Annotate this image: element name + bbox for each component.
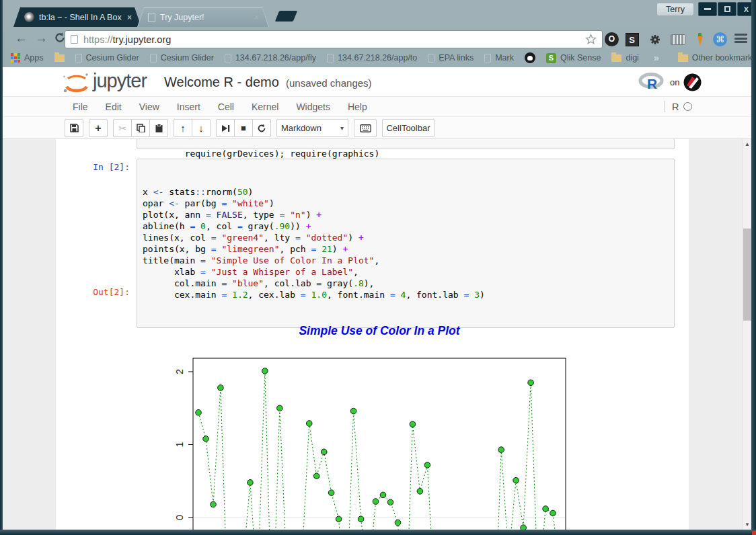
bookmark-epa-links[interactable]: EPA links	[422, 53, 479, 63]
run-cell-button[interactable]	[216, 119, 235, 137]
tab-close-icon[interactable]: ×	[250, 13, 259, 22]
bookmark-mark[interactable]: Mark	[479, 53, 519, 63]
forward-button[interactable]: →	[35, 31, 48, 46]
url-scheme: https://	[83, 34, 113, 45]
other-bookmarks-button[interactable]: Other bookmarks	[673, 53, 756, 63]
menu-edit[interactable]: Edit	[97, 101, 130, 112]
tab-close-icon[interactable]: ×	[123, 13, 132, 22]
carrot-extension-icon[interactable]	[691, 32, 707, 47]
back-button[interactable]: ←	[15, 31, 28, 46]
code-line: col.main = "blue", col.lab = gray(.8),	[143, 278, 669, 289]
scroll-down-icon[interactable]: ▼	[743, 522, 752, 528]
scrollbar-thumb[interactable]	[743, 229, 751, 321]
bookmark-folder[interactable]	[49, 54, 70, 62]
cut-cell-button[interactable]: ✂	[113, 119, 132, 137]
code-line: x <- stats::rnorm(50)	[143, 186, 669, 198]
bookmarks-overflow-chevron[interactable]: »	[648, 52, 665, 63]
arrow-up-icon: ↑	[180, 122, 186, 134]
code-cell-input[interactable]: x <- stats::rnorm(50)opar <- par(bg = "w…	[137, 159, 675, 328]
data-point	[196, 410, 202, 416]
bookmark-label: Mark	[495, 53, 514, 63]
tab-try-jupyter[interactable]: Try Jupyter! ×	[137, 7, 269, 27]
code-cell-partial[interactable]: require(grDevices); require(graphics)	[137, 139, 675, 149]
maximize-button[interactable]	[718, 2, 736, 16]
page-favicon	[148, 13, 155, 22]
new-tab-button[interactable]	[275, 11, 297, 22]
stop-icon: ■	[241, 123, 246, 133]
profile-button[interactable]: Terry	[656, 3, 694, 16]
minimize-icon	[704, 8, 711, 10]
gear-extension-icon[interactable]	[647, 32, 663, 47]
menu-view[interactable]: View	[130, 101, 168, 112]
data-point	[248, 480, 254, 486]
restart-kernel-button[interactable]	[252, 119, 271, 137]
menu-widgets[interactable]: Widgets	[287, 101, 339, 112]
data-point	[424, 462, 430, 468]
code-line: lines(x, col = "green4", lty = "dotted")…	[143, 232, 669, 243]
bookmark-cesium-glider[interactable]: Cesium Glider	[70, 53, 145, 63]
paste-cell-button[interactable]	[149, 119, 168, 137]
svg-text:R: R	[647, 76, 657, 91]
data-point	[373, 499, 379, 505]
kernel-divider	[665, 101, 665, 112]
paste-icon	[155, 124, 163, 133]
move-cell-up-button[interactable]: ↑	[174, 119, 192, 137]
page-icon	[71, 35, 78, 44]
data-point	[550, 510, 556, 516]
command-extension-icon[interactable]: ⌘	[712, 32, 728, 47]
command-palette-button[interactable]	[354, 119, 377, 137]
address-bar[interactable]: https:// try.jupyter.org	[65, 30, 603, 48]
resize-grip[interactable]	[752, 531, 756, 535]
bookmark-cesium-glider[interactable]: Cesium Glider	[145, 53, 219, 63]
bookmark-github[interactable]	[519, 52, 541, 63]
bookmark-digi[interactable]: digi	[606, 53, 644, 63]
notebook-scroll-area[interactable]: require(grDevices); require(graphics) In…	[3, 139, 742, 530]
jupyter-logo-icon	[62, 71, 90, 95]
jupyter-logo[interactable]	[62, 71, 90, 98]
data-point	[306, 421, 312, 427]
maximize-icon	[724, 6, 730, 12]
minimize-button[interactable]	[698, 2, 717, 16]
bookmark-134-67-218-26-app-fly[interactable]: 134.67.218.26/app/fly	[219, 53, 322, 63]
tab-shell-in-a-box[interactable]: tb:la ~ - Shell In A Box ×	[13, 7, 141, 27]
cell-type-value: Markdown	[281, 123, 322, 133]
copy-cell-button[interactable]	[131, 119, 150, 137]
keyboard-icon	[360, 124, 371, 132]
save-button[interactable]	[65, 119, 83, 137]
y-tick-label: 2	[174, 369, 185, 374]
interrupt-kernel-button[interactable]: ■	[234, 119, 253, 137]
code-line: cex.main = 1.2, cex.lab = 1.0, font.main…	[143, 289, 669, 300]
scroll-up-icon[interactable]: ▲	[743, 141, 752, 147]
menu-insert[interactable]: Insert	[168, 101, 209, 112]
menu-help[interactable]: Help	[339, 101, 376, 112]
menu-cell[interactable]: Cell	[209, 101, 243, 112]
data-point	[417, 489, 423, 495]
s-extension-icon[interactable]: S	[624, 32, 640, 47]
notebook-title[interactable]: Welcome R - demo	[164, 75, 279, 90]
celltoolbar-button[interactable]: CellToolbar	[382, 119, 434, 137]
menu-file[interactable]: File	[64, 101, 97, 112]
other-bookmarks-label: Other bookmarks	[692, 53, 756, 63]
data-point	[513, 477, 519, 483]
page-icon	[225, 54, 231, 63]
kernel-banner: R on	[638, 73, 702, 91]
keyboard-extension-icon[interactable]	[670, 32, 685, 47]
insert-cell-button[interactable]: +	[89, 119, 108, 137]
browser-window: tb:la ~ - Shell In A Box × Try Jupyter! …	[0, 0, 756, 535]
bookmark-134-67-218-26-app-to[interactable]: 134.67.218.26/app/to	[322, 53, 422, 63]
move-cell-down-button[interactable]: ↓	[192, 119, 211, 137]
bookmark-qlik-sense[interactable]: SQlik Sense	[541, 53, 606, 63]
code-line: require(grDevices); require(graphics)	[185, 149, 380, 159]
data-point	[262, 368, 268, 374]
cut-icon: ✂	[118, 123, 126, 134]
circle-o-extension-icon[interactable]: O	[604, 32, 619, 47]
y-tick-label: 0	[174, 515, 185, 520]
page-scrollbar[interactable]: ▲ ▼	[742, 139, 751, 530]
y-tick-label: 1	[174, 442, 185, 447]
cell-type-select[interactable]: Markdown ▾	[276, 119, 348, 137]
jupyter-wordmark[interactable]: jupyter	[93, 70, 147, 92]
menu-icon[interactable]	[734, 34, 747, 43]
bookmark-apps[interactable]: Apps	[5, 53, 49, 63]
menu-kernel[interactable]: Kernel	[243, 101, 287, 112]
bookmark-star-icon[interactable]	[585, 34, 597, 45]
